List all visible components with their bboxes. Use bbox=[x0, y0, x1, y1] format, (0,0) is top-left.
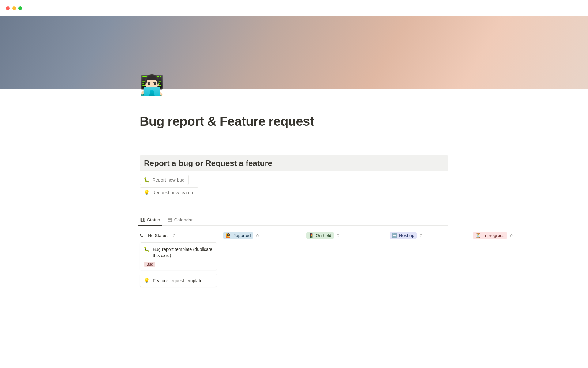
minimize-window-button[interactable] bbox=[12, 6, 16, 10]
svg-rect-3 bbox=[168, 218, 172, 222]
card-feature-request-template[interactable]: 💡 Feature request template bbox=[140, 274, 217, 287]
column-label-next-up: Next up bbox=[399, 233, 414, 238]
section-heading-block: Report a bug or Request a feature bbox=[140, 155, 448, 171]
bug-icon: 🐛 bbox=[144, 177, 150, 183]
maximize-window-button[interactable] bbox=[18, 6, 22, 10]
request-new-feature-button[interactable]: 💡 Request new feature bbox=[140, 187, 198, 197]
view-tab-calendar-label: Calendar bbox=[174, 217, 193, 222]
window-titlebar bbox=[0, 0, 588, 16]
svg-rect-2 bbox=[144, 218, 145, 222]
view-tab-status-label: Status bbox=[147, 217, 160, 222]
column-label-reported: Reported bbox=[232, 233, 251, 238]
card-title: Feature request template bbox=[153, 278, 202, 284]
column-count-in-progress: 0 bbox=[510, 233, 513, 238]
lightbulb-icon: 💡 bbox=[144, 190, 150, 195]
traffic-light-icon: 🚦 bbox=[309, 233, 314, 238]
arrow-right-icon: ➡️ bbox=[392, 233, 397, 238]
report-new-bug-label: Report new bug bbox=[152, 177, 185, 182]
report-new-bug-button[interactable]: 🐛 Report new bug bbox=[140, 175, 189, 185]
kanban-board: No Status 2 🐛 Bug report template (dupli… bbox=[140, 232, 448, 290]
column-on-hold: 🚦 On hold 0 bbox=[306, 232, 383, 242]
column-count-reported: 0 bbox=[256, 233, 259, 238]
column-next-up: ➡️ Next up 0 bbox=[390, 232, 467, 242]
view-tab-calendar[interactable]: Calendar bbox=[167, 215, 194, 225]
section-heading: Report a bug or Request a feature bbox=[144, 159, 444, 168]
close-window-button[interactable] bbox=[6, 6, 10, 10]
svg-rect-0 bbox=[141, 218, 142, 222]
database-views-tabs: Status Calendar bbox=[140, 215, 448, 226]
request-new-feature-label: Request new feature bbox=[152, 190, 194, 195]
column-header-reported[interactable]: 🙋 Reported 0 bbox=[223, 232, 300, 239]
page-cover[interactable] bbox=[0, 16, 588, 89]
column-count-on-hold: 0 bbox=[337, 233, 339, 238]
hourglass-icon: ⏳ bbox=[475, 233, 481, 238]
column-header-no-status[interactable]: No Status 2 bbox=[140, 232, 217, 239]
divider bbox=[140, 140, 448, 140]
card-title: Bug report template (duplicate this card… bbox=[153, 246, 213, 259]
inbox-icon bbox=[140, 233, 145, 238]
column-count-no-status: 2 bbox=[173, 233, 175, 238]
svg-rect-1 bbox=[142, 218, 143, 222]
column-count-next-up: 0 bbox=[420, 233, 422, 238]
lightbulb-icon: 💡 bbox=[144, 278, 150, 284]
board-icon bbox=[140, 217, 145, 222]
traffic-lights bbox=[6, 6, 22, 10]
raise-hand-icon: 🙋 bbox=[225, 233, 231, 238]
column-label-in-progress: In progress bbox=[482, 233, 505, 238]
column-no-status: No Status 2 🐛 Bug report template (dupli… bbox=[140, 232, 217, 290]
card-bug-report-template[interactable]: 🐛 Bug report template (duplicate this ca… bbox=[140, 242, 217, 270]
card-tag-bug: Bug bbox=[144, 262, 155, 267]
view-tab-status[interactable]: Status bbox=[140, 215, 161, 225]
column-label-no-status: No Status bbox=[148, 232, 170, 239]
page-icon[interactable]: 👨🏻‍💻 bbox=[140, 75, 164, 95]
calendar-icon bbox=[168, 217, 172, 222]
column-header-next-up[interactable]: ➡️ Next up 0 bbox=[390, 232, 467, 239]
column-label-on-hold: On hold bbox=[316, 233, 331, 238]
bug-icon: 🐛 bbox=[144, 246, 150, 252]
page-title[interactable]: Bug report & Feature request bbox=[140, 89, 448, 131]
column-header-on-hold[interactable]: 🚦 On hold 0 bbox=[306, 232, 383, 239]
column-header-in-progress[interactable]: ⏳ In progress 0 bbox=[473, 232, 550, 239]
column-in-progress: ⏳ In progress 0 bbox=[473, 232, 550, 242]
column-reported: 🙋 Reported 0 bbox=[223, 232, 300, 242]
